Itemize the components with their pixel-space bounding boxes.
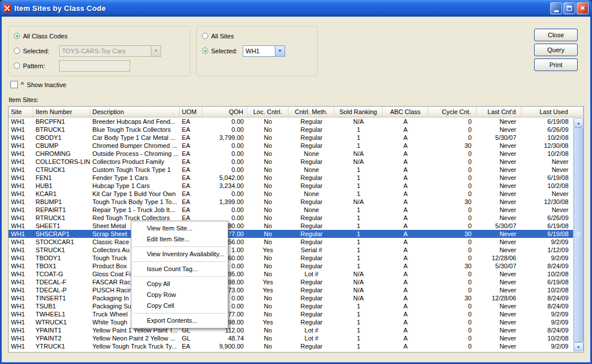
table-row[interactable]: WH1BTRUCK1Blue Tough Truck CollectorsEA0… [9, 126, 583, 134]
table-row[interactable]: WH1TBODY1Tough TruckEA760.00NoRegular1A0… [9, 254, 583, 262]
table-row[interactable]: WH1HUB1Hubcap Type 1 CarsEA3,234.00NoReg… [9, 182, 583, 190]
column-header[interactable]: Last Used [521, 107, 583, 117]
table-row[interactable]: WH1FEN1Fender Type 1 CarsEA5,042.00NoReg… [9, 174, 583, 182]
column-header[interactable]: QOH [202, 107, 247, 117]
column-header[interactable]: Description [90, 107, 180, 117]
column-header[interactable]: Item Number [33, 107, 90, 117]
table-cell: A [383, 326, 429, 334]
client-area: All Class Codes Selected: TOYS-CARS-Toy … [2, 17, 590, 362]
column-header[interactable]: Site [9, 107, 33, 117]
menu-item[interactable]: Copy All [132, 279, 227, 289]
titlebar-close-button[interactable]: ✕ [577, 2, 589, 14]
show-inactive-checkbox[interactable] [10, 81, 18, 88]
table-cell: WH1 [9, 270, 33, 278]
menu-separator [133, 246, 226, 247]
table-cell: 1 [334, 222, 383, 230]
table-row[interactable]: WH1RBUMP1Tough Truck Body Type 1 To...EA… [9, 198, 583, 206]
table-cell: A [383, 166, 429, 174]
table-row[interactable]: WH1CHROMINGOutside Process - Chroming ..… [9, 150, 583, 158]
scroll-down-button[interactable]: ▼ [574, 342, 583, 351]
column-header[interactable]: Last Cnt'd [477, 107, 521, 117]
table-row[interactable]: WH1CTRUCK1Custom Tough Truck Type 1EA0.0… [9, 166, 583, 174]
table-row[interactable]: WH1YTRUCK1Yellow Tough Truck Truck Ty...… [9, 342, 583, 350]
table-row[interactable]: WH1CBODY1Car Body Type 1 Car Metal ...EA… [9, 134, 583, 142]
table-row[interactable]: WH1BRCPFN1Breeder Hubcaps And Fend...EA0… [9, 118, 583, 126]
maximize-button[interactable] [563, 2, 575, 14]
table-cell: 0.00 [202, 118, 247, 126]
table-cell: No [247, 118, 289, 126]
table-row[interactable]: WH1TSUB1Packaging SuEA0.00NoRegular1A0Ne… [9, 302, 583, 310]
table-cell: TWHEEL1 [33, 310, 90, 318]
table-cell: 1 [334, 174, 383, 182]
table-cell: 0 [429, 222, 477, 230]
table-row[interactable]: WH1TDECAL-PPUSCH RacinEA673.00YesRegular… [9, 286, 583, 294]
site-selected-radio[interactable] [202, 48, 208, 54]
table-row[interactable]: WH1TWHEEL1Truck WheelEA877.00NoRegular1A… [9, 310, 583, 318]
table-row[interactable]: WH1REPAIRT1Repair Type 1 - Truck Job It.… [9, 206, 583, 214]
table-cell: 0 [429, 158, 477, 166]
table-cell: WH1 [9, 342, 33, 350]
table-cell: EA [180, 206, 202, 214]
table-cell: SHEET1 [33, 222, 90, 230]
table-cell: N/A [334, 294, 383, 302]
table-row[interactable]: WH1YPAINT1Yellow Paint 1 Yellow Paint T.… [9, 326, 583, 334]
class-code-pattern-radio[interactable] [14, 62, 20, 69]
close-button[interactable]: Close [534, 29, 578, 41]
table-row[interactable]: WH1COLLECTORS-LINECollectors Product Fam… [9, 158, 583, 166]
vertical-scrollbar[interactable]: ▲ ▼ [573, 118, 583, 351]
table-cell: WH1 [9, 222, 33, 230]
titlebar[interactable]: Item Sites by Class Code ✕ [0, 0, 592, 17]
table-cell: No [247, 206, 289, 214]
menu-item[interactable]: View Inventory Availability... [132, 249, 227, 260]
table-row[interactable]: WH1STRUCK1Collectors AuEA1.00YesSerial #… [9, 246, 583, 254]
all-class-codes-radio[interactable] [14, 33, 20, 39]
menu-item[interactable]: View Item Site... [132, 223, 227, 234]
table-cell: No [247, 270, 289, 278]
table-row[interactable]: WH1STOCKCAR1Classic RaceEA56.00NoRegular… [9, 238, 583, 246]
column-header[interactable]: UOM [180, 107, 202, 117]
table-cell: Yellow Neon Paint 2 Yellow ... [90, 334, 180, 342]
table-row[interactable]: WH1TBOX1Product BoxEA0.00NoRegular1A305/… [9, 262, 583, 270]
chevron-down-icon: ▼ [278, 49, 282, 53]
scroll-up-button[interactable]: ▲ [574, 118, 583, 127]
menu-item[interactable]: Export Contents... [132, 315, 227, 326]
table-row[interactable]: WH1CBUMPChromed Bumper Chromed ...EA0.00… [9, 142, 583, 150]
table-row[interactable]: WH1TCOAT-GGloss Coat FiEA195.00NoLot #N/… [9, 270, 583, 278]
minimize-button[interactable] [550, 2, 562, 14]
table-cell: Yes [247, 318, 289, 326]
column-header[interactable]: ABC Class [383, 107, 429, 117]
table-row[interactable]: WH1YPAINT2Yellow Neon Paint 2 Yellow ...… [9, 334, 583, 342]
menu-item[interactable]: Copy Row [132, 289, 227, 300]
column-header[interactable]: Loc. Cntrl. [247, 107, 289, 117]
table-row[interactable]: WH1WTRUCK1White ToughEA198.00YesRegular1… [9, 318, 583, 326]
table-row[interactable]: WH1TDECAL-FFASCAR RaciEA298.00YesRegular… [9, 278, 583, 286]
table-row[interactable]: WH1SHEET1Sheet MetalEA1,080.00NoRegular1… [9, 222, 583, 230]
table-cell: STOCKCAR1 [33, 238, 90, 246]
table-row[interactable]: WH1KCAR1Kit Car Type 1 Buld Your OwnEA0.… [9, 190, 583, 198]
table-cell: Never [477, 334, 521, 342]
table-cell: 0 [429, 326, 477, 334]
table-cell: Never [477, 198, 521, 206]
menu-item[interactable]: Issue Count Tag... [132, 264, 227, 275]
table-cell: Hubcap Type 1 Cars [90, 182, 180, 190]
column-header[interactable]: Sold Ranking [334, 107, 383, 117]
table-row[interactable]: WH1TINSERT1Packaging InEA0.00NoRegularN/… [9, 294, 583, 302]
table-row[interactable]: WH1SHSCRAP1Scrap SheetEA777.00NoRegular1… [9, 230, 583, 238]
query-button[interactable]: Query [534, 44, 578, 56]
menu-item[interactable]: Copy Cell [132, 300, 227, 311]
table-cell: WH1 [9, 142, 33, 150]
print-button[interactable]: Print [534, 58, 578, 71]
scrollbar-thumb[interactable] [574, 127, 583, 342]
table-row[interactable]: WH1RTRUCK1Red Tough Truck CollectorsEA0.… [9, 214, 583, 222]
site-combo[interactable]: WH1 ▼ [243, 45, 285, 57]
item-sites-table[interactable]: SiteItem NumberDescriptionUOMQOHLoc. Cnt… [8, 106, 584, 353]
class-code-selected-radio[interactable] [14, 48, 20, 54]
table-cell: N/A [334, 270, 383, 278]
column-header[interactable]: Cycle Cnt. [429, 107, 477, 117]
column-header[interactable]: Cntrl. Meth. [289, 107, 334, 117]
all-sites-radio[interactable] [202, 33, 208, 39]
menu-item[interactable]: Edit Item Site... [132, 234, 227, 245]
table-cell: EA [180, 342, 202, 350]
table-cell: 48.74 [202, 334, 247, 342]
table-cell: Lot # [289, 326, 334, 334]
